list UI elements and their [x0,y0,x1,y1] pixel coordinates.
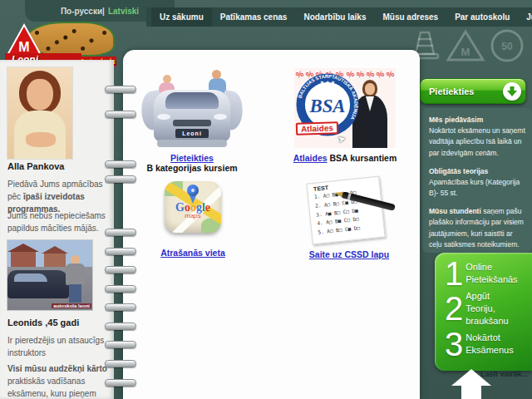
step-text: NokārtotEksāmenus [466,332,513,357]
spiral-ring [105,266,136,273]
spiral-ring [105,379,136,387]
photo-car [7,270,69,298]
step-text: ApgūtTeoriju, braukšanu [466,290,532,328]
nav-item-home[interactable]: Uz sākumu [151,7,212,27]
signup-caption: Pieteikties B kategorijas kursiem [123,153,261,173]
instructor-leonids-photo: autoskola leoni [7,239,93,311]
discount-caption-text: BSA kursantiem [328,153,397,163]
spiral-ring [105,248,136,255]
nav-item-schedule[interactable]: Nodarbību laiks [295,7,374,27]
info-section-text: Apamācības kurs (Kategorija B)- 55 st. [429,178,520,197]
location-caption: Atrašanās vieta [126,248,259,258]
spiral-ring [105,323,136,330]
car-headlight [214,114,227,120]
step-number: 1 [445,258,463,289]
steps-panel: 1 OnlinePieteikšanās 2 ApgūtTeoriju, bra… [435,253,532,371]
arrow-stem [461,385,481,399]
discount-caption: Atlaides BSA kursantiem [278,153,411,163]
maps-wordmark: maps [176,212,209,219]
map-pin-icon [190,195,196,204]
nav-item-addresses[interactable]: Mūsu adreses [374,7,446,27]
main-content-card: Leoni Pieteikties B kategorijas kursiem … [123,50,420,399]
info-section-title: Obligātās teorijas [429,167,488,175]
csdd-caption: Saite uz CSSD lapu [283,249,416,259]
main-nav: Uz sākumu Patīkamas cenas Nodarbību laik… [146,7,532,27]
spiral-ring [105,175,136,183]
photo-man-body [66,264,85,285]
step-number: 2 [445,293,463,324]
info-section-title: Mūsu stundenti [429,207,481,215]
location-link[interactable]: Atrašanās vieta [160,248,225,258]
car-headlight [157,114,170,120]
photo-house [44,254,66,267]
b-category-course-image[interactable]: Leoni [143,65,241,151]
page: По-русски| Latviski Uz sākumu Patīkamas … [0,0,532,399]
car-grille [173,120,211,126]
csdd-test-image[interactable]: TEST 1. A□ B■ C□ D□ 2. A□ B□ C■ D□ 3. A■… [308,176,391,246]
info-section-text: Nokārtot eksāmenu un saņemt vadītāja apl… [429,126,525,156]
car-license-plate: Leoni [175,129,209,138]
signup-button-label: Pietiekties [421,86,503,96]
text: praktiskās vadīšanas eksāmenu, kuru pieņ… [7,377,96,399]
info-section-title: Mēs piedāvāsim [429,116,483,124]
spiral-ring [105,303,136,311]
step-1: 1 OnlinePieteikšanās [445,258,532,289]
instructors-sidebar: Alla Pankova Piedāvā Jums apmācības pēc … [0,60,114,399]
car-bumper [157,140,227,147]
csdd-link[interactable]: Saite uz CSSD lapu [309,249,389,259]
svg-text:50: 50 [501,41,513,52]
nav-item-about[interactable]: Par autoskolu [446,7,518,27]
atlaides-badge: Atlaides [296,121,338,135]
signup-button[interactable]: Pietiekties [420,78,526,104]
info-section-theory: Obligātās teorijas Apamācības kurs (Kate… [429,166,525,200]
signup-caption-text: B kategorijas kursiem [146,163,237,173]
language-russian-link[interactable]: По-русски| [61,7,105,16]
photo-watermark: autoskola leoni [52,303,91,308]
svg-text:M: M [18,40,29,54]
m-triangle-sign-icon: M [446,27,485,64]
spiral-ring [105,86,136,93]
spiral-ring [105,360,136,367]
svg-text:★ ★ ★: ★ ★ ★ [320,80,335,85]
nav-item-legal[interactable]: Juridiskie pak. [518,7,532,27]
speed-limit-50-icon: 50 [489,27,525,64]
info-section-offer: Mēs piedāvāsim Nokārtot eksāmenu un saņe… [429,115,525,159]
test-sheet: TEST 1. A□ B■ C□ D□ 2. A□ B□ C■ D□ 3. A■… [306,176,385,245]
signup-link[interactable]: Pieteikties [170,153,214,163]
instructor-leonids-description: Ir pieredzējis un atsaucīgs instruktors [7,334,109,359]
instructor-alla-note: Jums nebūs nepieciešams papildus mācītie… [7,209,109,234]
instructor-leonids-note: Visi mūsu audzēkņi kārto praktiskās vadī… [7,362,109,399]
map-pin-dot [191,189,195,192]
google-maps-icon[interactable]: Google maps [165,181,221,239]
photo-person-head [163,75,171,83]
language-latvian-link[interactable]: Latviski [108,7,139,16]
header-traffic-icons: M 50 [407,27,525,64]
spiral-ring [105,160,136,168]
spiral-ring [105,341,136,348]
svg-text:M: M [461,46,470,58]
instructor-alla-photo [7,66,73,160]
step-3: 3 NokārtotEksāmenus [445,328,532,360]
photo-face [27,79,53,111]
read-more-link[interactable]: Lasīt vairāk... [480,370,528,378]
discount-link[interactable]: Atlaides [293,153,328,163]
step-2: 2 ApgūtTeoriju, braukšanu [445,290,532,328]
spiral-ring [105,229,136,236]
bsa-discount-image[interactable]: %% %% %% %% %% BALTIJAS STARPTAUTISKĀ AK… [294,68,396,148]
instructor-alla-name: Alla Pankova [7,161,64,171]
car-windshield [165,92,219,109]
nav-item-prices[interactable]: Patīkamas cenas [212,7,296,27]
info-section-students: Mūsu stundenti saņem pašu plašāko inform… [429,206,525,250]
spiral-ring [105,111,136,118]
photo-house [11,252,36,267]
photo-woman-face [365,83,375,95]
arrow-down-circle-icon [503,82,521,101]
photo-person-head [212,70,221,79]
instructor-leonids-name: Leonids ,45 gadi [7,318,79,328]
info-panel: Mēs piedāvāsim Nokārtot eksāmenu un saņe… [422,108,532,253]
svg-text:BSA: BSA [308,96,345,116]
step-text: OnlinePieteikšanās [466,261,517,286]
photo-arms [26,132,56,147]
spiral-ring [105,285,136,293]
photo-man-legs [69,284,81,303]
